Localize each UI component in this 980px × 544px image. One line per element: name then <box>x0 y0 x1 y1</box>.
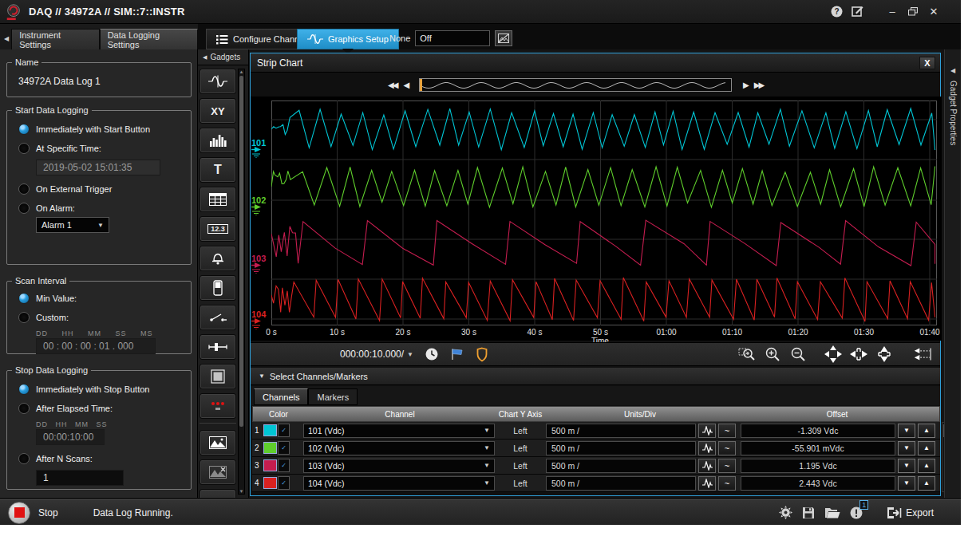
strip-chart-canvas[interactable] <box>271 101 937 325</box>
settings-gear-icon[interactable] <box>779 506 792 519</box>
tab-markers[interactable]: Markers <box>308 388 358 405</box>
nscans-field[interactable]: 1 <box>36 470 124 486</box>
gadget-knife-switch[interactable] <box>200 305 236 330</box>
scroll-down-icon[interactable]: ▼ <box>239 489 244 494</box>
chart-overview-scrollbar[interactable] <box>419 78 732 92</box>
color-dropdown-button[interactable]: ✓ <box>278 424 290 437</box>
units-div-field[interactable]: 500 m / <box>546 476 696 491</box>
flag-marker-icon[interactable] <box>450 347 464 361</box>
gadget-background-image[interactable] <box>200 489 236 498</box>
sine-button[interactable]: ~ <box>718 441 736 455</box>
save-icon[interactable] <box>802 507 815 519</box>
radio-start-on-alarm[interactable]: On Alarm: <box>18 203 191 214</box>
scroll-up-icon[interactable]: ▲ <box>239 69 244 74</box>
zoom-region-icon[interactable] <box>737 345 757 363</box>
tab-data-logging-settings[interactable]: Data Logging Settings <box>100 29 198 49</box>
feedback-icon[interactable] <box>851 6 863 18</box>
units-div-field[interactable]: 500 m / <box>546 424 696 438</box>
close-icon[interactable]: ✕ <box>927 6 940 18</box>
strip-chart-header[interactable]: Strip Chart X <box>251 53 940 73</box>
channel-select[interactable]: 101 (Vdc)▼ <box>303 424 495 438</box>
radio-start-at-time[interactable]: At Specific Time: <box>18 143 191 154</box>
offset-up-button[interactable]: ▲ <box>918 459 935 473</box>
gadgets-header[interactable]: ◀ Gadgets <box>198 49 248 65</box>
channel-color-swatch[interactable] <box>263 424 277 436</box>
tab-channels[interactable]: Channels <box>254 388 308 405</box>
select-channels-markers-header[interactable]: ▼ Select Channels/Markers <box>251 368 940 385</box>
restore-icon[interactable] <box>907 6 919 18</box>
gadget-number-display[interactable]: 12.3 <box>200 216 236 242</box>
radio-stop-elapsed[interactable]: After Elapsed Time: <box>18 403 191 414</box>
color-dropdown-button[interactable]: ✓ <box>278 441 290 455</box>
gadgets-scroll-thumb[interactable] <box>239 76 243 427</box>
strip-chart-close-button[interactable]: X <box>919 57 935 69</box>
error-log-icon[interactable]: 1 <box>850 507 863 519</box>
offset-up-button[interactable]: ▲ <box>918 424 935 438</box>
scroll-last-icon[interactable]: ▶▶ <box>751 81 766 89</box>
scale-waveform-button[interactable] <box>698 476 716 491</box>
gadget-push-button[interactable] <box>200 364 236 389</box>
autoscale-icon[interactable] <box>913 345 932 363</box>
zoom-in-icon[interactable] <box>763 345 782 363</box>
tab-graphics-setup[interactable]: Graphics Setup <box>297 29 399 49</box>
open-folder-icon[interactable] <box>824 507 840 519</box>
gadget-histogram[interactable] <box>200 128 236 153</box>
channel-color-swatch[interactable] <box>263 442 277 454</box>
scale-waveform-button[interactable] <box>698 441 716 455</box>
gadget-picture[interactable] <box>200 430 236 455</box>
scale-waveform-button[interactable] <box>698 459 716 473</box>
gadget-text[interactable]: T <box>200 157 236 183</box>
units-div-field[interactable]: 500 m / <box>546 441 696 455</box>
gadget-strip-chart[interactable] <box>200 69 236 94</box>
radio-scan-min-value[interactable]: Min Value: <box>18 293 191 304</box>
radio-scan-custom[interactable]: Custom: <box>18 312 191 323</box>
channel-marker-103[interactable]: 103 <box>251 254 272 275</box>
offset-up-button[interactable]: ▲ <box>918 476 935 491</box>
color-dropdown-button[interactable]: ✓ <box>278 476 290 490</box>
gadget-slider[interactable] <box>200 334 236 360</box>
help-icon[interactable]: ? <box>830 6 843 18</box>
offset-field[interactable]: 1.195 Vdc <box>741 459 895 473</box>
fit-horizontal-icon[interactable] <box>849 345 868 363</box>
collapse-left-icon[interactable]: ◀ <box>4 35 9 42</box>
gadget-toggle-switch[interactable] <box>200 275 236 301</box>
scroll-first-icon[interactable]: ◀◀ <box>385 81 400 89</box>
strip-chart-plot-area[interactable]: 101102103104 0 s10 s20 s30 s40 s50 s01:0… <box>251 97 942 341</box>
scroll-right-icon[interactable]: ▶ <box>740 81 751 89</box>
gadget-properties-strip[interactable]: ◀ Gadget Properties <box>944 49 961 498</box>
timebase-dropdown[interactable]: 000:00:10.000/ ▼ <box>340 349 413 360</box>
channel-select[interactable]: 104 (Vdc)▼ <box>303 476 495 491</box>
channel-select[interactable]: 102 (Vdc)▼ <box>303 441 495 455</box>
radio-start-immediately[interactable]: Immediately with Start Button <box>18 124 191 135</box>
export-button[interactable]: Export <box>887 507 934 519</box>
tab-instrument-settings[interactable]: Instrument Settings <box>11 29 100 49</box>
minimize-icon[interactable]: – <box>886 6 899 18</box>
offset-field[interactable]: -55.901 mVdc <box>741 441 895 455</box>
gadgets-scrollbar[interactable]: ▲ ▼ <box>238 69 245 495</box>
expand-properties-icon[interactable]: ◀ <box>945 67 961 74</box>
sine-button[interactable]: ~ <box>718 476 736 491</box>
overview-handle[interactable] <box>420 79 422 91</box>
channel-marker-102[interactable]: 102 <box>251 196 272 217</box>
zoom-out-icon[interactable] <box>788 345 808 363</box>
gadget-xy-chart[interactable]: XY <box>200 98 236 124</box>
shield-marker-icon[interactable] <box>476 347 488 362</box>
scroll-left-icon[interactable]: ◀ <box>400 81 411 89</box>
offset-down-button[interactable]: ▼ <box>898 441 915 455</box>
color-dropdown-button[interactable]: ✓ <box>278 459 290 472</box>
fit-vertical-icon[interactable] <box>875 345 894 363</box>
gadget-alarm[interactable] <box>200 246 236 271</box>
channel-color-swatch[interactable] <box>263 477 277 489</box>
start-time-field[interactable]: 2019-05-02 15:01:35 <box>36 160 160 175</box>
radio-stop-nscans[interactable]: After N Scans: <box>18 453 191 464</box>
stop-elapsed-field[interactable]: 00:00:10:00 <box>36 429 105 445</box>
radio-start-external-trigger[interactable]: On External Trigger <box>18 183 191 195</box>
channel-marker-101[interactable]: 101 <box>251 139 272 160</box>
gadget-table[interactable] <box>200 187 236 212</box>
offset-up-button[interactable]: ▲ <box>918 441 935 455</box>
scale-waveform-button[interactable] <box>698 424 716 438</box>
gadget-led-indicator[interactable] <box>200 393 236 419</box>
fit-all-icon[interactable] <box>824 345 843 363</box>
offset-field[interactable]: -1.309 Vdc <box>741 424 895 438</box>
clock-icon[interactable] <box>425 347 439 361</box>
